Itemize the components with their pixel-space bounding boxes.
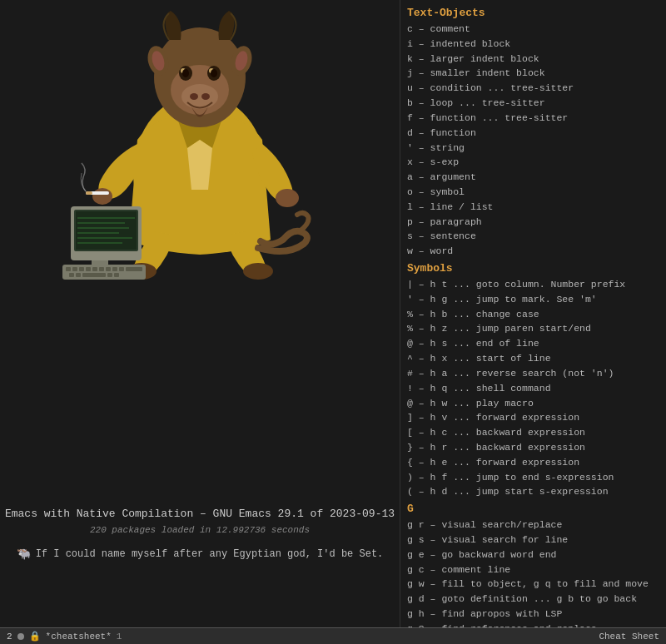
svg-point-10 <box>182 69 189 77</box>
svg-rect-37 <box>86 267 91 271</box>
cheat-item-1-9: ] – h v ... forward expression <box>407 410 661 425</box>
status-bar: 2 🔒 *cheatsheet* 1 Cheat Sheet <box>0 627 666 644</box>
cheat-item-1-4: @ – h s ... end of line <box>407 336 661 351</box>
svg-point-16 <box>92 188 112 205</box>
cheat-item-1-10: [ – h c ... backward expression <box>407 425 661 440</box>
cheat-item-0-15: w – word <box>407 244 661 259</box>
svg-rect-41 <box>112 267 117 271</box>
cheat-item-0-7: d – function <box>407 126 661 141</box>
splash-subtitle: 220 packages loaded in 12.992736 seconds <box>90 525 310 535</box>
svg-rect-48 <box>114 273 119 277</box>
status-dot <box>17 633 24 640</box>
section-header-0: Text-Objects <box>407 7 661 19</box>
status-buffer[interactable]: *cheatsheet* <box>46 632 112 642</box>
cheat-item-0-6: f – function ... tree-sitter <box>407 111 661 126</box>
cheat-item-2-0: g r – visual search/replace <box>407 518 661 533</box>
gnu-mascot <box>46 7 354 281</box>
status-number: 2 <box>7 632 12 642</box>
sections-container: Text-Objectsc – commenti – indented bloc… <box>407 7 661 627</box>
cheat-item-0-8: ' – string <box>407 141 661 156</box>
svg-point-3 <box>181 84 218 109</box>
svg-rect-42 <box>119 267 124 271</box>
right-panel: Text-Objectsc – commenti – indented bloc… <box>400 0 666 627</box>
cheat-item-1-5: ^ – h x ... start of line <box>407 351 661 366</box>
svg-rect-33 <box>62 265 146 280</box>
cheat-item-1-0: | – h t ... goto column. Number prefix <box>407 277 661 292</box>
cheat-item-0-1: i – indented block <box>407 37 661 52</box>
splash-info: Emacs with Native Compilation – GNU Emac… <box>0 508 400 561</box>
svg-rect-24 <box>76 211 137 250</box>
cheat-item-1-13: ) – h f ... jump to end s-expression <box>407 470 661 485</box>
svg-point-11 <box>211 69 217 77</box>
status-bufnum: 1 <box>117 632 122 642</box>
cheat-item-0-10: a – argument <box>407 170 661 185</box>
section-header-2: G <box>407 503 661 515</box>
cheat-item-2-7: g ? – find references and replace <box>407 622 661 627</box>
svg-rect-38 <box>92 267 97 271</box>
svg-rect-45 <box>76 273 81 277</box>
cheat-item-2-5: g d – goto definition ... g b to go back <box>407 592 661 607</box>
cheat-item-1-7: ! – h q ... shell command <box>407 381 661 396</box>
svg-rect-46 <box>82 273 106 277</box>
svg-rect-44 <box>69 273 74 277</box>
splash-message-text: If I could name myself after any Egyptia… <box>36 548 384 560</box>
cheat-item-2-1: g s – visual search for line <box>407 533 661 547</box>
cheat-item-0-5: b – loop ... tree-sitter <box>407 96 661 111</box>
cheat-item-0-3: j – smaller indent block <box>407 66 661 81</box>
cheat-item-2-3: g c – comment line <box>407 562 661 577</box>
svg-point-19 <box>276 189 299 207</box>
gnu-icon: 🐃 <box>17 547 31 561</box>
cheat-item-0-14: s – sentence <box>407 229 661 244</box>
svg-rect-18 <box>86 191 92 195</box>
left-panel: Emacs with Native Compilation – GNU Emac… <box>0 0 400 644</box>
cheat-item-0-9: x – s-exp <box>407 155 661 170</box>
cheat-item-2-2: g e – go backward word end <box>407 547 661 562</box>
splash-message: 🐃 If I could name myself after any Egypt… <box>17 547 384 561</box>
svg-point-21 <box>243 263 273 280</box>
svg-rect-40 <box>106 267 111 271</box>
status-right-label: Cheat Sheet <box>599 632 659 642</box>
svg-point-4 <box>190 93 198 100</box>
cheat-item-1-8: @ – h w ... play macro <box>407 396 661 411</box>
cheat-item-0-0: c – comment <box>407 22 661 37</box>
cheat-item-1-12: { – h e ... forward expression <box>407 455 661 470</box>
svg-rect-36 <box>79 267 84 271</box>
cheat-item-1-1: ' – h g ... jump to mark. See 'm' <box>407 292 661 307</box>
svg-rect-43 <box>126 267 142 271</box>
cheat-item-1-6: # – h a ... reverse search (not 'n') <box>407 366 661 381</box>
section-header-1: Symbols <box>407 262 661 275</box>
svg-rect-47 <box>107 273 112 277</box>
cheat-item-0-12: l – line / list <box>407 200 661 215</box>
cheat-item-2-6: g h – find apropos with LSP <box>407 607 661 622</box>
cheat-item-1-14: ( – h d ... jump start s-expression <box>407 484 661 499</box>
cheat-item-2-4: g w – fill to object, g q to fill and mo… <box>407 577 661 592</box>
svg-rect-35 <box>72 267 77 271</box>
cheat-item-1-2: % – h b ... change case <box>407 307 661 322</box>
cheat-item-0-2: k – larger indent block <box>407 52 661 67</box>
cheat-item-0-4: u – condition ... tree-sitter <box>407 81 661 96</box>
cheat-item-0-13: p – paragraph <box>407 215 661 230</box>
cheat-item-1-11: } – h r ... backward expression <box>407 440 661 455</box>
svg-rect-39 <box>99 267 104 271</box>
splash-title: Emacs with Native Compilation – GNU Emac… <box>5 508 395 520</box>
cheat-item-1-3: % – h z ... jump paren start/end <box>407 321 661 336</box>
svg-rect-34 <box>66 267 71 271</box>
svg-point-5 <box>201 93 210 100</box>
cheat-item-0-11: o – symbol <box>407 185 661 200</box>
status-lock-icon: 🔒 <box>29 631 41 642</box>
